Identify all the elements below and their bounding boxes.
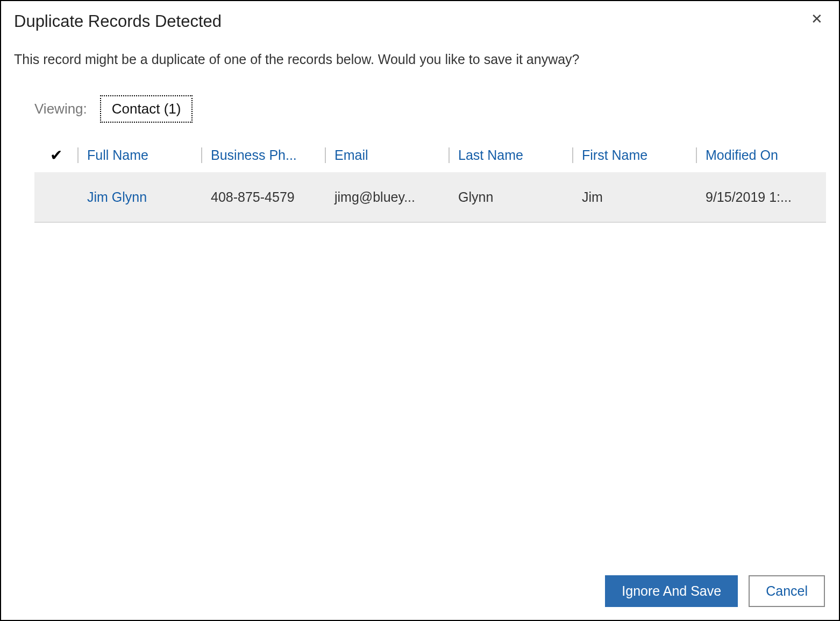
- column-separator: [572, 147, 573, 163]
- grid-header-row: ✔ Full Name Business Ph... Email Last Na…: [34, 138, 826, 172]
- cell-email: jimg@bluey...: [325, 189, 449, 205]
- column-header-select[interactable]: ✔: [34, 146, 77, 164]
- viewing-tab-contact[interactable]: Contact (1): [100, 95, 193, 123]
- column-separator: [449, 147, 450, 163]
- column-separator: [325, 147, 326, 163]
- dialog-header: Duplicate Records Detected ✕: [14, 12, 826, 31]
- column-header-business-phone[interactable]: Business Ph...: [201, 147, 325, 163]
- duplicates-grid: ✔ Full Name Business Ph... Email Last Na…: [34, 138, 826, 223]
- column-header-first-name[interactable]: First Name: [572, 147, 696, 163]
- ignore-and-save-button[interactable]: Ignore And Save: [605, 575, 738, 607]
- column-label: Last Name: [458, 147, 523, 163]
- column-label: Business Ph...: [211, 147, 297, 163]
- viewing-label: Viewing:: [34, 101, 87, 117]
- column-header-modified-on[interactable]: Modified On: [696, 147, 826, 163]
- column-header-email[interactable]: Email: [325, 147, 449, 163]
- column-label: Modified On: [706, 147, 778, 163]
- column-label: Email: [334, 147, 368, 163]
- duplicate-records-dialog: Duplicate Records Detected ✕ This record…: [0, 0, 840, 621]
- column-separator: [77, 147, 79, 163]
- dialog-footer: Ignore And Save Cancel: [14, 573, 826, 609]
- close-icon: ✕: [811, 11, 823, 27]
- column-separator: [696, 147, 697, 163]
- dialog-message: This record might be a duplicate of one …: [14, 52, 826, 67]
- column-header-last-name[interactable]: Last Name: [449, 147, 572, 163]
- table-row[interactable]: Jim Glynn 408-875-4579 jimg@bluey... Gly…: [34, 172, 826, 222]
- viewing-row: Viewing: Contact (1): [34, 95, 826, 123]
- cell-modified-on: 9/15/2019 1:...: [696, 189, 826, 205]
- column-label: Full Name: [87, 147, 148, 163]
- full-name-link[interactable]: Jim Glynn: [87, 189, 147, 204]
- checkmark-icon: ✔: [50, 146, 62, 164]
- cell-last-name: Glynn: [449, 189, 572, 205]
- cell-business-phone: 408-875-4579: [201, 189, 325, 205]
- column-separator: [201, 147, 202, 163]
- dialog-title: Duplicate Records Detected: [14, 12, 222, 31]
- close-button[interactable]: ✕: [808, 12, 826, 26]
- column-label: First Name: [582, 147, 647, 163]
- cell-full-name: Jim Glynn: [77, 189, 201, 205]
- cancel-button[interactable]: Cancel: [749, 575, 825, 607]
- column-header-full-name[interactable]: Full Name: [77, 147, 201, 163]
- cell-first-name: Jim: [572, 189, 696, 205]
